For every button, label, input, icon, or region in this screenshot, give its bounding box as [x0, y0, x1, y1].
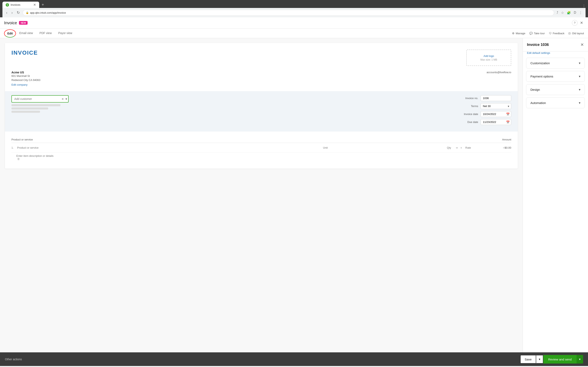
payment-options-section-header[interactable]: Payment options ▾ [526, 71, 585, 82]
forward-button[interactable]: › [10, 10, 14, 16]
manage-button[interactable]: ⚙ Manage [512, 32, 525, 35]
invoice-no-input[interactable] [481, 95, 511, 101]
item-amount: $0.00 [504, 146, 511, 149]
layout-icon: ⊡ [568, 32, 571, 35]
invoice-no-row: Invoice no. [460, 95, 511, 101]
terms-select[interactable]: Net 30 [481, 103, 511, 109]
item-product-input[interactable] [16, 145, 320, 150]
design-chevron-icon: ▾ [579, 88, 580, 92]
company-address-line1: 601 Marshall St [11, 74, 40, 78]
company-email: accounts@liveflow.io [486, 71, 511, 74]
due-date-input-wrapper: 📅 [481, 119, 511, 125]
invoice-header: INVOICE Add logo Max size: 1 MB [11, 50, 511, 66]
item-qty-input[interactable] [447, 146, 455, 149]
company-info: Acme US 601 Marshall St Redwood City CA … [11, 71, 511, 86]
tab-pdf-view[interactable]: PDF view [36, 29, 55, 38]
customer-details-icon[interactable]: ≡ [61, 97, 64, 101]
old-layout-button[interactable]: ⊡ Old layout [568, 32, 584, 35]
customer-section: ≡ ▾ [5, 91, 518, 132]
browser-chrome: Q Invoices ✕ + ⋮ ‹ › ↻ 🔒 app.qbo.intuit.… [0, 0, 588, 17]
browser-more-icon[interactable]: ⋮ [582, 4, 586, 8]
company-details: Acme US 601 Marshall St Redwood City CA … [11, 71, 40, 86]
other-actions-label[interactable]: Other actions [5, 358, 22, 361]
automation-label: Automation [530, 101, 546, 105]
customer-input[interactable] [11, 95, 69, 103]
main-layout: INVOICE Add logo Max size: 1 MB Acme US … [0, 38, 588, 352]
item-unit-input[interactable] [322, 145, 444, 150]
customer-dropdown-icon[interactable]: ▾ [65, 97, 68, 101]
save-dropdown-button[interactable]: ▾ [536, 355, 543, 364]
terms-row: Terms Net 30 [460, 103, 511, 109]
lock-icon: 🔒 [26, 11, 29, 14]
design-label: Design [530, 88, 540, 91]
customization-section: Customization ▾ [526, 58, 585, 68]
feedback-button[interactable]: 🗨 Feedback [549, 32, 564, 35]
automation-section-header[interactable]: Automation ▾ [526, 98, 585, 108]
profile-icon[interactable]: D [573, 10, 577, 16]
item-delete-icon[interactable]: 🗑 [16, 157, 21, 161]
edit-default-settings-link[interactable]: Edit default settings [523, 51, 588, 58]
tab-email-view[interactable]: Email view [16, 29, 36, 38]
invoice-date-row: Invoice date 📅 [460, 111, 511, 117]
equals-symbol: = [503, 146, 504, 150]
design-section-header[interactable]: Design ▾ [526, 84, 585, 95]
url-bar[interactable]: 🔒 app.qbo.intuit.com/app/invoice [23, 10, 554, 16]
line-items-header: Product or service Amount [11, 136, 511, 143]
back-button[interactable]: ‹ [5, 10, 9, 16]
product-column-header: Product or service [11, 138, 502, 141]
placeholder-line-3 [11, 111, 40, 113]
browser-actions: ⤴ ☆ 🧩 D ⋮ [556, 10, 583, 16]
extension-icon[interactable]: 🧩 [566, 10, 572, 16]
feedback-icon: 🗨 [549, 32, 552, 35]
logo-upload-area[interactable]: Add logo Max size: 1 MB [466, 50, 511, 66]
payment-options-label: Payment options [530, 75, 553, 78]
review-and-send-button[interactable]: Review and send [543, 355, 577, 364]
due-date-row: Due date 📅 [460, 119, 511, 125]
bottom-bar: Other actions Save ▾ Review and send ▾ [0, 352, 588, 366]
placeholder-line-1 [11, 104, 61, 106]
share-icon[interactable]: ⤴ [556, 10, 559, 16]
tab-edit[interactable]: Edit [4, 29, 16, 38]
browser-tabs: Q Invoices ✕ + ⋮ [2, 2, 586, 8]
invoice-no-label: Invoice no. [460, 97, 478, 100]
new-badge: NEW [19, 21, 27, 25]
automation-chevron-icon: ▾ [579, 101, 580, 105]
item-rate-input[interactable] [465, 145, 501, 150]
browser-tab-invoices[interactable]: Q Invoices ✕ [2, 2, 39, 8]
payment-options-section: Payment options ▾ [526, 71, 585, 82]
customer-input-wrapper: ≡ ▾ [11, 95, 69, 103]
line-item-1-row: 1. ⇔ × = [11, 143, 511, 153]
save-button[interactable]: Save [520, 355, 536, 364]
panel-close-button[interactable]: ✕ [580, 42, 584, 47]
take-tour-button[interactable]: 💬 Take tour [529, 32, 545, 35]
due-date-calendar-icon[interactable]: 📅 [506, 120, 510, 124]
reload-button[interactable]: ↻ [16, 9, 21, 16]
page-title: Invoice [4, 21, 17, 25]
logo-size-label: Max size: 1 MB [480, 58, 497, 61]
app-container: Invoice NEW ? ✕ Edit Email view PDF view… [0, 17, 588, 366]
invoice-date-label: Invoice date [460, 113, 478, 116]
payment-options-chevron-icon: ▾ [579, 75, 580, 78]
invoice-card: INVOICE Add logo Max size: 1 MB Acme US … [5, 43, 518, 169]
item-description-area: 🗑 [11, 153, 511, 162]
help-button[interactable]: ? [572, 20, 578, 26]
tab-payor-view[interactable]: Payor view [55, 29, 75, 38]
star-icon[interactable]: ☆ [560, 10, 565, 16]
close-button[interactable]: ✕ [579, 20, 584, 26]
tab-close-icon[interactable]: ✕ [33, 3, 36, 7]
invoice-date-calendar-icon[interactable]: 📅 [506, 113, 510, 116]
edit-company-link[interactable]: Edit company [11, 83, 27, 86]
menu-icon[interactable]: ⋮ [578, 10, 583, 16]
invoice-title-text: INVOICE [11, 50, 38, 56]
customer-input-area: ≡ ▾ [11, 95, 69, 113]
customization-chevron-icon: ▾ [579, 61, 580, 65]
item-description-input[interactable] [16, 154, 511, 157]
new-tab-button[interactable]: + [40, 2, 46, 8]
customization-section-header[interactable]: Customization ▾ [526, 58, 585, 68]
qty-resize-icon[interactable]: ⇔ [456, 146, 458, 149]
amount-column-header: Amount [502, 138, 511, 141]
review-send-dropdown-button[interactable]: ▾ [577, 355, 583, 364]
panel-title: Invoice 1036 [527, 43, 549, 47]
item-qty-area: ⇔ [447, 146, 458, 149]
terms-select-wrapper: Net 30 [481, 103, 511, 109]
